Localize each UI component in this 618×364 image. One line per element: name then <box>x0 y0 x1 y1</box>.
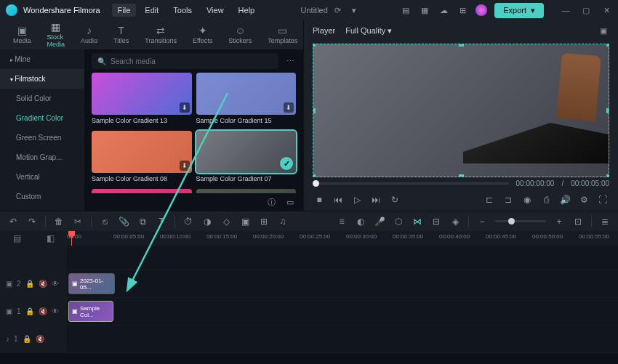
sidebar-item-filmstock[interactable]: Filmstock <box>0 69 84 89</box>
zoom-slider[interactable] <box>495 220 546 222</box>
mute-icon[interactable]: 🔇 <box>39 280 47 288</box>
lock-icon[interactable]: 🔒 <box>23 335 31 343</box>
tab-titles[interactable]: TTitles <box>106 23 136 47</box>
snap-button[interactable]: ⋈ <box>412 216 423 227</box>
minimize-icon[interactable]: — <box>560 4 571 16</box>
thumb-gradient-extra-2[interactable]: ⬇ <box>196 189 297 193</box>
adjustment-button[interactable]: ◧ <box>44 232 56 244</box>
menu-view[interactable]: View <box>201 4 230 17</box>
thumb-gradient-13[interactable]: ⬇ Sample Color Gradient 13 <box>92 73 192 126</box>
loop-button[interactable]: ↻ <box>388 193 401 206</box>
layout-icon[interactable]: ▦ <box>419 4 430 16</box>
voiceover-button[interactable]: ◉ <box>521 193 534 206</box>
redo-button[interactable]: ↷ <box>26 216 38 227</box>
link-button[interactable]: ⊟ <box>430 216 442 227</box>
settings-button[interactable]: ⚙ <box>577 193 590 206</box>
user-avatar[interactable] <box>475 4 487 16</box>
split-button[interactable]: ✂ <box>72 216 84 227</box>
marker2-button[interactable]: ◈ <box>449 216 461 227</box>
sidebar-item-custom[interactable]: Custom <box>0 187 84 206</box>
resize-handle[interactable] <box>459 44 464 46</box>
cut-button[interactable]: ⎋ <box>99 216 111 227</box>
voice-button[interactable]: 🎤 <box>374 216 385 227</box>
tab-media[interactable]: ▣Media <box>6 23 39 47</box>
track-button[interactable]: ⊞ <box>258 216 270 227</box>
zoom-out-button[interactable]: − <box>476 216 488 227</box>
cloud-sync-icon[interactable]: ⟳ <box>332 4 344 16</box>
thumb-gradient-extra-1[interactable]: ⬇ <box>92 189 192 193</box>
cloud-icon[interactable]: ☁ <box>438 4 449 16</box>
scrub-bar[interactable] <box>313 182 509 185</box>
sidebar-item-vertical[interactable]: Vertical <box>0 167 84 187</box>
undo-button[interactable]: ↶ <box>7 216 19 227</box>
mask-button[interactable]: ▣ <box>239 216 251 227</box>
speed-button[interactable]: ⏱ <box>182 216 194 227</box>
sidebar-item-green-screen[interactable]: Green Screen <box>0 128 84 147</box>
thumb-gradient-08[interactable]: ⬇ Sample Color Gradient 08 <box>92 131 192 185</box>
quality-dropdown[interactable]: Full Quality ▾ <box>345 26 392 36</box>
snapshot-icon[interactable]: ▣ <box>598 25 609 36</box>
text-button[interactable]: T <box>156 216 167 227</box>
timeline-settings-button[interactable]: ≣ <box>599 216 611 227</box>
snapshot-button[interactable]: ⎙ <box>539 193 553 206</box>
tab-templates[interactable]: ▭Templates <box>260 23 305 47</box>
maximize-icon[interactable]: ▢ <box>580 4 592 16</box>
timeline-clip-video[interactable]: ▣ 2023-01-05... <box>68 273 115 294</box>
track-manage-button[interactable]: ▤ <box>11 232 23 244</box>
crop-button[interactable]: ⧉ <box>137 216 148 227</box>
menu-edit[interactable]: Edit <box>139 4 164 17</box>
timeline-clip-gradient[interactable]: ▣ Sample Col... <box>68 301 113 322</box>
mute-icon[interactable]: 🔇 <box>39 307 47 315</box>
visibility-icon[interactable]: 👁 <box>52 307 59 315</box>
export-button[interactable]: Export ▾ <box>494 3 544 18</box>
thumb-gradient-15[interactable]: ⬇ Sample Color Gradient 15 <box>196 73 297 126</box>
chevron-down-icon[interactable]: ▾ <box>348 4 360 16</box>
prev-frame-button[interactable]: ⏮ <box>332 193 345 206</box>
search-input[interactable]: 🔍 Search media <box>92 53 278 69</box>
detach-audio-button[interactable]: ♫ <box>277 216 289 227</box>
mixer-button[interactable]: ≡ <box>336 216 348 227</box>
resize-handle[interactable] <box>606 44 609 46</box>
mute-icon[interactable]: 🔇 <box>36 335 44 343</box>
resize-handle[interactable] <box>313 174 316 177</box>
timeline-ruler[interactable]: 00:00 00:00:05:00 00:00:10:00 00:00:15:0… <box>67 231 618 246</box>
preview-canvas[interactable] <box>313 44 609 177</box>
more-options-icon[interactable]: ⋯ <box>284 55 296 67</box>
tab-transitions[interactable]: ⇄Transitions <box>137 23 184 47</box>
fullscreen-button[interactable]: ⛶ <box>596 193 609 206</box>
resize-handle[interactable] <box>313 44 316 46</box>
scrub-handle[interactable] <box>313 180 319 187</box>
tab-audio[interactable]: ♪Audio <box>73 23 105 47</box>
render-button[interactable]: ⬡ <box>393 216 404 227</box>
tab-effects[interactable]: ✦Effects <box>185 23 220 47</box>
delete-button[interactable]: 🗑 <box>53 216 65 227</box>
marker-button[interactable]: 📎 <box>118 216 129 227</box>
close-icon[interactable]: ✕ <box>601 4 612 16</box>
tab-stock-media[interactable]: ▦Stock Media <box>40 19 73 51</box>
menu-help[interactable]: Help <box>233 4 261 17</box>
visibility-icon[interactable]: 👁 <box>52 280 59 288</box>
resize-handle[interactable] <box>606 174 609 177</box>
zoom-in-button[interactable]: + <box>553 216 565 227</box>
resize-handle[interactable] <box>313 108 316 113</box>
menu-file[interactable]: File <box>112 4 137 17</box>
mark-out-button[interactable]: ⊐ <box>502 193 515 206</box>
audio-stretch-button[interactable]: ◐ <box>355 216 366 227</box>
sidebar-item-solid-color[interactable]: Solid Color <box>0 89 84 108</box>
color-button[interactable]: ◑ <box>201 216 213 227</box>
sidebar-item-motion-graphics[interactable]: Motion Grap... <box>0 147 84 167</box>
keyframe-button[interactable]: ◇ <box>220 216 232 227</box>
stop-button[interactable]: ■ <box>313 193 326 206</box>
thumb-gradient-07[interactable]: ✓ Sample Color Gradient 07 <box>196 131 297 185</box>
tab-stickers[interactable]: ☺Stickers <box>221 23 259 47</box>
menu-tools[interactable]: Tools <box>167 4 198 17</box>
video-track-2[interactable]: ▣ 2 🔒 🔇 👁 ▣ 2023-01-05... <box>0 270 618 298</box>
lock-icon[interactable]: 🔒 <box>25 280 34 288</box>
volume-button[interactable]: 🔊 <box>558 193 571 206</box>
sidebar-item-mine[interactable]: Mine <box>0 49 84 69</box>
lock-icon[interactable]: 🔒 <box>25 307 34 315</box>
save-icon[interactable]: ▤ <box>400 4 412 16</box>
info-icon[interactable]: ⓘ <box>265 196 277 208</box>
audio-track-1[interactable]: ♪ 1 🔒 🔇 <box>0 325 618 353</box>
video-track-1[interactable]: ▣ 1 🔒 🔇 👁 ▣ Sample Col... <box>0 298 618 325</box>
